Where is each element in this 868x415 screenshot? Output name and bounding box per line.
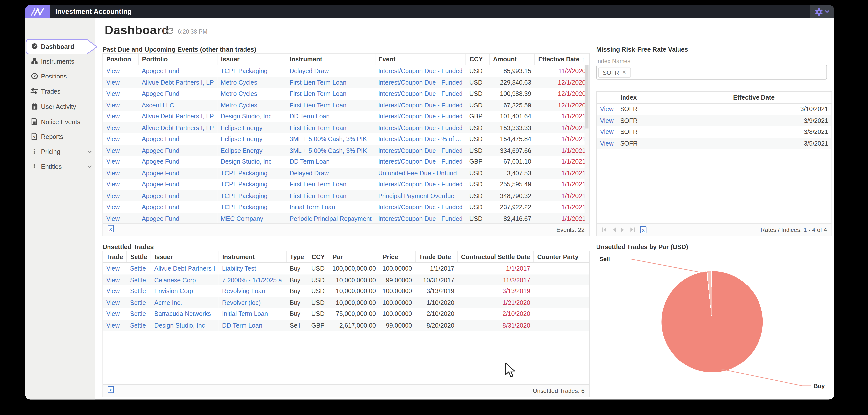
- link-cell[interactable]: TCPL Packaging: [217, 167, 286, 179]
- sidebar-item-user-activity[interactable]: User Activity: [25, 99, 95, 114]
- link-cell[interactable]: Unfunded Fee Due - Unfund...: [375, 167, 466, 179]
- link-cell[interactable]: MEC Company: [217, 213, 286, 224]
- link-cell[interactable]: Apogee Fund: [138, 190, 217, 201]
- link-cell[interactable]: First Lien Term Loan: [286, 77, 375, 88]
- column-header[interactable]: Settle: [127, 251, 151, 263]
- column-header[interactable]: Event: [375, 54, 466, 65]
- column-header[interactable]: Type: [286, 251, 308, 263]
- link-cell[interactable]: Interest/Coupon Due - Funded: [375, 213, 466, 224]
- link-cell[interactable]: View: [103, 308, 127, 320]
- link-cell[interactable]: Allvue Debt Partners I: [151, 262, 219, 274]
- link-cell[interactable]: Eclipse Energy: [217, 122, 286, 133]
- events-scrollbar[interactable]: [585, 65, 589, 223]
- column-header[interactable]: Instrument: [219, 251, 286, 263]
- link-cell[interactable]: TCPL Packaging: [217, 65, 286, 77]
- link-cell[interactable]: Eclipse Energy: [217, 133, 286, 145]
- column-header[interactable]: Issuer: [151, 251, 219, 263]
- link-cell[interactable]: Apogee Fund: [138, 65, 217, 77]
- link-cell[interactable]: View: [103, 77, 138, 88]
- link-cell[interactable]: View: [103, 297, 127, 308]
- column-header[interactable]: Portfolio: [138, 54, 217, 65]
- link-cell[interactable]: Interest/Coupon Due - % of ...: [375, 133, 466, 145]
- link-cell[interactable]: Principal Payment Overdue: [375, 190, 466, 201]
- link-cell[interactable]: View: [103, 122, 138, 133]
- link-cell[interactable]: Interest/Coupon Due - Funded: [375, 201, 466, 213]
- link-cell[interactable]: Settle: [127, 320, 151, 331]
- link-cell[interactable]: Interest/Coupon Due - Funded: [375, 99, 466, 111]
- link-cell[interactable]: Settle: [127, 274, 151, 286]
- link-cell[interactable]: Liability Test: [219, 262, 286, 274]
- link-cell[interactable]: Allvue Debt Partners I, LP: [138, 77, 217, 88]
- link-cell[interactable]: Allvue Debt Partners I, LP: [138, 111, 217, 122]
- link-cell[interactable]: Interest/Coupon Due - Funded: [375, 179, 466, 190]
- column-header[interactable]: Instrument: [286, 54, 375, 65]
- prev-page-icon[interactable]: [612, 227, 616, 232]
- link-cell[interactable]: View: [103, 88, 138, 99]
- column-header[interactable]: Contractual Settle Date: [458, 251, 534, 263]
- first-page-icon[interactable]: [601, 227, 608, 232]
- link-cell[interactable]: Allvue Debt Partners I, LP: [138, 122, 217, 133]
- link-cell[interactable]: View: [103, 145, 138, 156]
- column-header[interactable]: Trade Date: [415, 251, 458, 263]
- link-cell[interactable]: Interest/Coupon Due - Funded: [375, 88, 466, 99]
- link-cell[interactable]: Metro Cycles: [217, 77, 286, 88]
- link-cell[interactable]: View: [103, 99, 138, 111]
- link-cell[interactable]: View: [103, 179, 138, 190]
- link-cell[interactable]: Settle: [127, 297, 151, 308]
- link-cell[interactable]: 7.2000% - 1/1/2025 a: [219, 274, 286, 286]
- link-cell[interactable]: TCPL Packaging: [217, 201, 286, 213]
- link-cell[interactable]: Design Studio, Inc: [217, 111, 286, 122]
- link-cell[interactable]: Celanese Corp: [151, 274, 219, 286]
- link-cell[interactable]: TCPL Packaging: [217, 190, 286, 201]
- link-cell[interactable]: Apogee Fund: [138, 201, 217, 213]
- sidebar-item-positions[interactable]: Positions: [25, 69, 95, 84]
- sidebar-item-instruments[interactable]: Instruments: [25, 54, 95, 69]
- link-cell[interactable]: Initial Term Loan: [219, 308, 286, 320]
- column-header[interactable]: CCY: [466, 54, 490, 65]
- link-cell[interactable]: Initial Term Loan: [286, 201, 375, 213]
- link-cell[interactable]: Design Studio, Inc: [217, 156, 286, 167]
- link-cell[interactable]: Interest/Coupon Due - Funded: [375, 77, 466, 88]
- link-cell[interactable]: Interest/Coupon Due - Funded: [375, 122, 466, 133]
- link-cell[interactable]: View: [597, 103, 617, 115]
- link-cell[interactable]: First Lien Term Loan: [286, 190, 375, 201]
- link-cell[interactable]: Apogee Fund: [138, 133, 217, 145]
- link-cell[interactable]: DD Term Loan: [286, 156, 375, 167]
- link-cell[interactable]: First Lien Term Loan: [286, 88, 375, 99]
- link-cell[interactable]: Ascent LLC: [138, 99, 217, 111]
- column-header[interactable]: Effective Date↑: [534, 54, 589, 65]
- index-names-input[interactable]: SOFR ✕: [596, 65, 827, 79]
- link-cell[interactable]: Apogee Fund: [138, 179, 217, 190]
- link-cell[interactable]: 3ML + 5.00% Cash, 3% PIK: [286, 133, 375, 145]
- sidebar-item-reports[interactable]: x Reports: [25, 129, 95, 144]
- sidebar-item-dashboard[interactable]: Dashboard: [25, 39, 95, 54]
- link-cell[interactable]: Interest/Coupon Due - Funded: [375, 111, 466, 122]
- column-header[interactable]: CCY: [308, 251, 329, 263]
- link-cell[interactable]: Barracuda Networks: [151, 308, 219, 320]
- next-page-icon[interactable]: [621, 227, 625, 232]
- link-cell[interactable]: View: [103, 320, 127, 331]
- link-cell[interactable]: Envision Corp: [151, 286, 219, 297]
- last-page-icon[interactable]: [629, 227, 636, 232]
- link-cell[interactable]: Apogee Fund: [138, 167, 217, 179]
- column-header[interactable]: [597, 92, 617, 103]
- link-cell[interactable]: View: [103, 262, 127, 274]
- link-cell[interactable]: Apogee Fund: [138, 88, 217, 99]
- link-cell[interactable]: DD Term Loan: [219, 320, 286, 331]
- link-cell[interactable]: View: [103, 274, 127, 286]
- link-cell[interactable]: Settle: [127, 262, 151, 274]
- link-cell[interactable]: View: [103, 190, 138, 201]
- refresh-icon[interactable]: [167, 27, 174, 37]
- remove-tag-icon[interactable]: ✕: [622, 69, 626, 75]
- column-header[interactable]: Position: [103, 54, 138, 65]
- column-header[interactable]: Issuer: [217, 54, 286, 65]
- link-cell[interactable]: View: [103, 213, 138, 224]
- link-cell[interactable]: Interest/Coupon Due - Funded: [375, 145, 466, 156]
- link-cell[interactable]: Metro Cycles: [217, 99, 286, 111]
- sidebar-item-trades[interactable]: Trades: [25, 84, 95, 98]
- link-cell[interactable]: Metro Cycles: [217, 88, 286, 99]
- link-cell[interactable]: View: [103, 111, 138, 122]
- link-cell[interactable]: View: [103, 65, 138, 77]
- column-header[interactable]: Par: [329, 251, 379, 263]
- link-cell[interactable]: First Lien Term Loan: [286, 179, 375, 190]
